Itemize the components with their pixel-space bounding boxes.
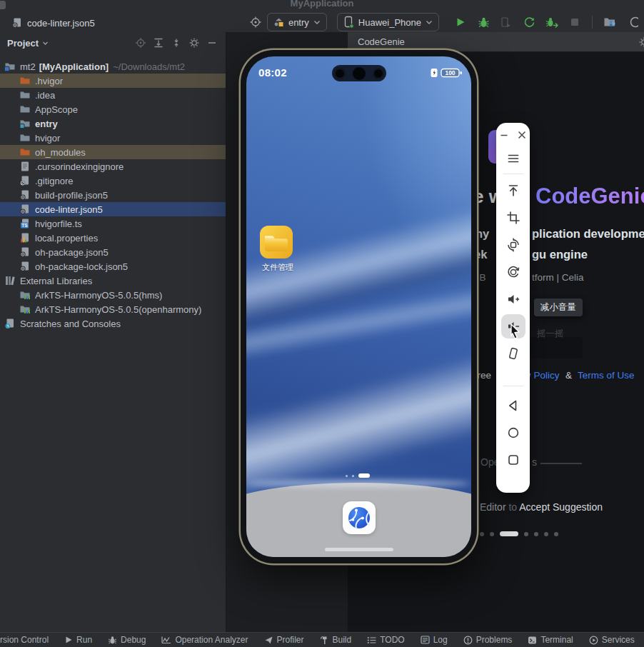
tree-item-oh-package-json5[interactable]: oh-package.json5: [0, 245, 226, 259]
status-bar: Version ControlRunDebugOperation Analyze…: [0, 632, 644, 647]
device-manager-button[interactable]: [602, 14, 618, 30]
search-button[interactable]: [625, 14, 640, 30]
editor-tab-code-linter[interactable]: code-linter.json5: [6, 14, 101, 32]
volume-up-button[interactable]: [505, 291, 521, 307]
tree-item-arkts-harmonyos-5-0-5-hms-[interactable]: ArkTS-HarmonyOS-5.0.5(hms): [0, 288, 226, 302]
home-indicator[interactable]: [325, 548, 393, 551]
tree-item--gitignore[interactable]: .gitignore: [0, 174, 226, 188]
browser-app[interactable]: [343, 501, 376, 534]
tree-item-oh-package-lock-json5[interactable]: oh-package-lock.json5: [0, 259, 226, 274]
tree-item--cursorindexingignore[interactable]: .cursorindexingignore: [0, 159, 226, 174]
statusbar-build[interactable]: Build: [320, 635, 352, 645]
run-actions: [449, 14, 586, 30]
pager-dot[interactable]: [554, 532, 558, 536]
tree-item--idea[interactable]: .idea: [0, 88, 226, 102]
rerun-debug-button[interactable]: [544, 14, 560, 30]
tree-item-entry[interactable]: entry: [0, 116, 226, 131]
statusbar-todo[interactable]: TODO: [367, 635, 404, 645]
gear-icon[interactable]: [638, 36, 644, 48]
locate-icon[interactable]: [134, 36, 147, 49]
settings-icon[interactable]: [188, 36, 201, 49]
tree-item-label: oh_modules: [35, 147, 86, 158]
terms-of-use-link[interactable]: Terms of Use: [578, 370, 635, 381]
statusbar-run[interactable]: Run: [64, 635, 92, 645]
statusbar-services[interactable]: Services: [589, 635, 635, 645]
statusbar-operation-analyzer[interactable]: Operation Analyzer: [161, 635, 248, 645]
pager-dot[interactable]: [490, 532, 494, 536]
tree-item--hvigor[interactable]: .hvigor: [0, 74, 226, 88]
browser-globe-icon: [346, 505, 372, 531]
tree-item-local-properties[interactable]: local.properties: [0, 231, 226, 245]
statusbar-version-control[interactable]: Version Control: [0, 635, 49, 645]
run-config-select[interactable]: entry: [267, 13, 327, 31]
pager-dot[interactable]: [544, 532, 548, 536]
rotate-device-button[interactable]: [505, 264, 521, 280]
charging-icon: [431, 68, 438, 78]
ide-header: MyApplication code-linter.json5 entry Hu…: [0, 0, 644, 32]
tree-item-hvigor[interactable]: hvigor: [0, 131, 226, 145]
expand-all-icon[interactable]: [152, 36, 165, 49]
powered-by-fragment-right: tform | Celia: [532, 272, 584, 283]
toolbar-divider: [592, 16, 593, 29]
locate-run-icon[interactable]: [248, 14, 263, 30]
tree-item-hvigorfile-ts[interactable]: TShvigorfile.ts: [0, 216, 226, 231]
tree-item-arkts-harmonyos-5-0-5-openharmony-[interactable]: ArkTS-HarmonyOS-5.0.5(openharmony): [0, 302, 226, 316]
back-button[interactable]: [505, 398, 521, 413]
statusbar-label: TODO: [380, 635, 404, 645]
device-select[interactable]: Huawei_Phone: [337, 13, 439, 31]
tree-item-external-libraries[interactable]: External Libraries: [0, 274, 226, 288]
shake-button[interactable]: [505, 346, 521, 361]
page-dot[interactable]: [352, 475, 354, 477]
file-manager-icon: [259, 225, 293, 259]
tree-item-scratches-and-consoles[interactable]: Scratches and Consoles: [0, 316, 226, 331]
statusbar-label: Operation Analyzer: [175, 635, 248, 645]
pager-dot[interactable]: [524, 532, 528, 536]
statusbar-profiler[interactable]: Profiler: [264, 635, 304, 645]
statusbar-label: Profiler: [277, 635, 304, 645]
tree-item-build-profile-json5[interactable]: build-profile.json5: [0, 188, 226, 202]
tree-item-appscope[interactable]: AppScope: [0, 102, 226, 116]
window-title: MyApplication: [0, 0, 644, 9]
page-dot[interactable]: [346, 475, 348, 477]
collapse-all-icon[interactable]: [170, 36, 183, 49]
home-button[interactable]: [505, 425, 521, 441]
file-manager-app[interactable]: 文件管理: [259, 225, 296, 273]
coverage-button[interactable]: [498, 14, 514, 30]
statusbar-log[interactable]: Log: [421, 635, 448, 645]
menu-button[interactable]: [505, 151, 521, 166]
codegenie-panel-title: CodeGenie: [358, 36, 405, 47]
pager-dot-active[interactable]: [500, 531, 518, 536]
tree-item-oh-modules[interactable]: oh_modules: [0, 145, 226, 159]
statusbar-terminal[interactable]: Terminal: [528, 635, 573, 645]
phone-screen[interactable]: 08:02 100: [246, 56, 471, 557]
privacy-policy-link[interactable]: y Policy: [526, 370, 560, 381]
pager-dot[interactable]: [480, 532, 484, 536]
statusbar-label: Services: [602, 635, 635, 645]
hint-accept: Accept Suggestion: [519, 501, 603, 513]
tree-item-mt2[interactable]: mt2[MyApplication]~/Downloads/mt2: [0, 59, 226, 74]
svg-text:100: 100: [445, 69, 455, 76]
project-tool-window: Project mt2[MyApplication]~/Downloads/mt…: [0, 32, 226, 632]
play-button[interactable]: [453, 14, 468, 30]
rotate-screen-button[interactable]: [505, 237, 521, 253]
close-button[interactable]: [517, 130, 527, 140]
minimize-button[interactable]: [499, 130, 509, 140]
page-dot-active[interactable]: [358, 473, 370, 478]
recents-button[interactable]: [505, 452, 521, 468]
pager-dot[interactable]: [534, 532, 538, 536]
statusbar-problems[interactable]: Problems: [463, 635, 513, 645]
tree-item-label: .idea: [35, 90, 55, 101]
debug-button[interactable]: [476, 14, 491, 30]
debug-icon: [108, 636, 117, 645]
crop-button[interactable]: [505, 210, 521, 226]
upload-button[interactable]: [505, 183, 521, 199]
project-view-selector[interactable]: Project: [7, 38, 49, 49]
tree-item-label: oh-package-lock.json5: [35, 261, 128, 272]
volume-down-tooltip: 减小音量: [534, 299, 583, 316]
file-json-icon: [19, 189, 31, 201]
statusbar-debug[interactable]: Debug: [108, 635, 146, 645]
rerun-button[interactable]: [521, 14, 537, 30]
tree-item-code-linter-json5[interactable]: code-linter.json5: [0, 202, 226, 216]
stop-button[interactable]: [567, 14, 583, 30]
hide-icon[interactable]: [206, 36, 218, 49]
